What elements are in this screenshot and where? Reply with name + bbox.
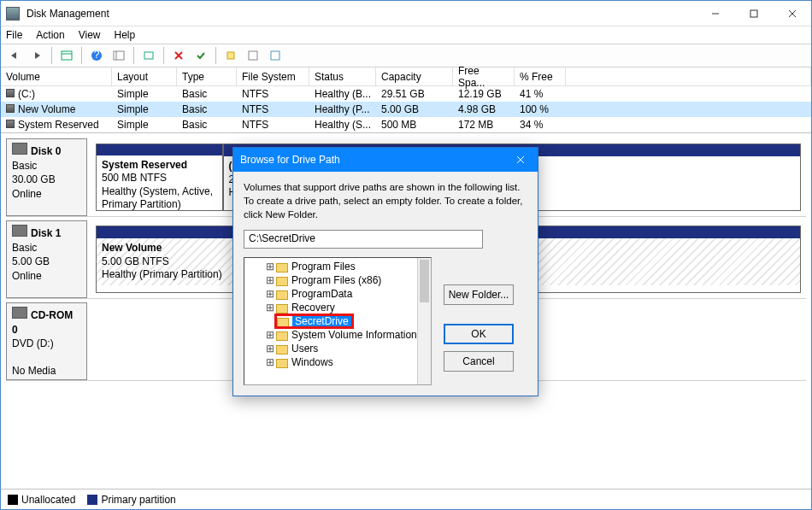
tree-item[interactable]: ⊞Program Files xyxy=(263,260,431,273)
volume-layout: Simple xyxy=(112,118,177,132)
col-capacity[interactable]: Capacity xyxy=(376,67,453,85)
titlebar: Disk Management xyxy=(1,1,811,26)
cancel-button[interactable]: Cancel xyxy=(444,351,514,372)
toolbar-view-icon[interactable] xyxy=(56,46,77,65)
properties-icon[interactable] xyxy=(243,46,263,65)
folder-icon xyxy=(276,263,288,273)
help-icon[interactable]: ? xyxy=(86,46,107,65)
tree-item[interactable]: ⊞Users xyxy=(263,342,431,355)
folder-tree[interactable]: ⊞Program Files⊞Program Files (x86)⊞Progr… xyxy=(244,257,432,385)
maximize-button[interactable] xyxy=(734,1,773,26)
toolbar-list-icon[interactable] xyxy=(109,46,129,65)
settings-icon[interactable] xyxy=(265,46,285,65)
volume-name: System Reserved xyxy=(18,119,99,131)
window-title: Disk Management xyxy=(25,8,696,20)
svg-text:?: ? xyxy=(94,50,100,61)
tree-item-label: Program Files (x86) xyxy=(291,274,381,286)
col-freespace[interactable]: Free Spa... xyxy=(453,67,515,85)
disk-name: Disk 0 xyxy=(31,145,61,157)
expand-icon[interactable]: ⊞ xyxy=(265,343,274,355)
disk-size: 5.00 GB xyxy=(12,255,50,267)
toolbar: ? xyxy=(1,44,811,67)
volume-layout: Simple xyxy=(112,87,177,101)
disk-icon xyxy=(12,307,27,319)
legend: Unallocated Primary partition xyxy=(1,489,811,509)
col-pctfree[interactable]: % Free xyxy=(515,67,566,85)
volume-status: Healthy (P... xyxy=(309,103,376,116)
disk-label[interactable]: Disk 1Basic5.00 GBOnline xyxy=(6,220,87,298)
menu-help[interactable]: Help xyxy=(115,29,136,41)
checkmark-icon[interactable] xyxy=(191,46,211,65)
volume-row[interactable]: System ReservedSimpleBasicNTFSHealthy (S… xyxy=(1,117,811,132)
volume-header: Volume Layout Type File System Status Ca… xyxy=(1,67,811,86)
volume-capacity: 5.00 GB xyxy=(376,103,453,116)
folder-icon xyxy=(277,318,289,327)
menu-action[interactable]: Action xyxy=(36,29,64,41)
svg-rect-10 xyxy=(144,52,153,59)
tree-item[interactable]: ⊞System Volume Information xyxy=(263,328,431,342)
ok-button[interactable]: OK xyxy=(444,324,514,344)
volume-icon xyxy=(6,89,15,97)
folder-icon xyxy=(276,345,288,355)
disk-icon xyxy=(12,225,27,237)
tree-scrollbar[interactable] xyxy=(417,258,431,384)
tree-item-label: SecretDrive xyxy=(292,314,351,328)
expand-icon[interactable]: ⊞ xyxy=(265,274,274,286)
menu-view[interactable]: View xyxy=(79,29,101,41)
col-type[interactable]: Type xyxy=(177,67,237,85)
volume-type: Basic xyxy=(177,118,237,132)
back-button[interactable] xyxy=(4,46,25,65)
folder-icon xyxy=(276,290,288,300)
col-filesystem[interactable]: File System xyxy=(237,67,309,85)
new-folder-button[interactable]: New Folder... xyxy=(444,284,514,305)
volume-row[interactable]: New VolumeSimpleBasicNTFSHealthy (P...5.… xyxy=(1,102,811,117)
dialog-title: Browse for Drive Path xyxy=(240,154,340,166)
folder-icon xyxy=(276,304,288,314)
disk-label[interactable]: Disk 0Basic30.00 GBOnline xyxy=(6,138,87,216)
expand-icon[interactable]: ⊞ xyxy=(265,288,274,300)
tree-item-label: Program Files xyxy=(291,261,356,273)
volume-status: Healthy (S... xyxy=(309,118,376,132)
expand-icon[interactable]: ⊞ xyxy=(265,329,274,341)
volume-free: 172 MB xyxy=(453,118,515,132)
forward-button[interactable] xyxy=(26,46,47,65)
col-layout[interactable]: Layout xyxy=(112,67,177,85)
dialog-instruction: Volumes that support drive paths are sho… xyxy=(244,180,527,221)
volume-row[interactable]: (C:)SimpleBasicNTFSHealthy (B...29.51 GB… xyxy=(1,86,811,102)
svg-rect-8 xyxy=(114,51,124,60)
new-icon[interactable] xyxy=(221,46,241,65)
minimize-button[interactable] xyxy=(696,1,734,26)
volume-fs: NTFS xyxy=(237,103,309,116)
tree-item-label: System Volume Information xyxy=(291,329,417,341)
disk-label[interactable]: CD-ROM 0DVD (D:)No Media xyxy=(6,302,87,380)
partition-status: Healthy (System, Active, Primary Partiti… xyxy=(102,185,213,210)
partition-size: 5.00 GB NTFS xyxy=(102,255,169,267)
menu-file[interactable]: File xyxy=(6,29,22,41)
disk-name: Disk 1 xyxy=(31,227,61,239)
delete-icon[interactable] xyxy=(168,46,189,65)
menubar: File Action View Help xyxy=(1,26,811,44)
volume-fs: NTFS xyxy=(237,87,309,101)
partition[interactable]: System Reserved500 MB NTFSHealthy (Syste… xyxy=(96,144,223,211)
expand-icon[interactable]: ⊞ xyxy=(265,302,274,314)
refresh-icon[interactable] xyxy=(138,46,159,65)
col-status[interactable]: Status xyxy=(309,67,376,85)
close-button[interactable] xyxy=(773,1,811,26)
tree-item[interactable]: ⊞Program Files (x86) xyxy=(263,273,431,287)
tree-item-label: Recovery xyxy=(291,302,335,314)
volume-type: Basic xyxy=(177,87,237,101)
volume-name: New Volume xyxy=(18,103,75,115)
dialog-close-button[interactable] xyxy=(503,148,538,172)
tree-item[interactable]: SecretDrive xyxy=(263,314,431,328)
volume-pct: 41 % xyxy=(515,87,566,101)
col-volume[interactable]: Volume xyxy=(1,67,112,85)
path-input[interactable]: C:\SecretDrive xyxy=(244,230,483,249)
tree-item[interactable]: ⊞Recovery xyxy=(263,301,431,314)
tree-item[interactable]: ⊞Windows xyxy=(263,355,431,369)
expand-icon[interactable]: ⊞ xyxy=(265,356,274,368)
volume-icon xyxy=(6,104,15,113)
disk-state: No Media xyxy=(12,365,56,377)
svg-rect-15 xyxy=(271,51,279,60)
tree-item[interactable]: ⊞ProgramData xyxy=(263,287,431,301)
expand-icon[interactable]: ⊞ xyxy=(265,261,274,273)
